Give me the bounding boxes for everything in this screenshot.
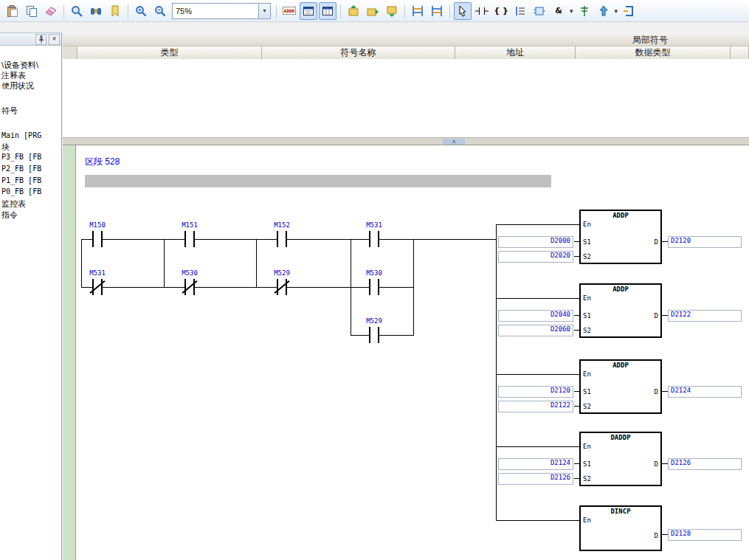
copy-pou-icon[interactable] [364,2,382,20]
tree-item-usage-status[interactable]: 使用状况 [1,80,34,91]
contact-tool-icon[interactable] [473,2,491,20]
bookmark-icon[interactable] [106,2,124,20]
tree-item-p3-fb[interactable]: P3_FB [FB [1,153,41,161]
zoom-select[interactable]: 75% ▾ [172,3,271,19]
eraser-icon[interactable] [42,2,60,20]
contact-no-m151[interactable]: M151 [180,231,199,247]
operand-output[interactable]: D2124 [668,386,742,398]
dropdown-icon[interactable]: ▾ [570,7,573,15]
column-header-type[interactable]: 类型 [77,46,262,60]
operand-input[interactable]: D2060 [498,325,573,336]
tree-item-blocks[interactable]: 块 [1,142,10,153]
tree-item-comment-table[interactable]: 注释表 [1,70,26,81]
contact-no-m150[interactable]: M150 [88,231,107,247]
wire [164,239,165,288]
close-icon[interactable]: × [49,34,60,45]
project-panel-header: × [0,33,61,46]
pin-en: En [583,516,591,524]
local-symbols-panel: 局部符号 类型 符号名称 地址 数据类型 [63,32,749,137]
contact-no-m529[interactable]: M529 [365,327,384,343]
wire [574,406,579,407]
monitor-window-icon[interactable] [319,2,336,20]
function-block-addp-3[interactable]: ADDP En S1 S2 D [579,359,662,414]
column-header-name[interactable]: 符号名称 [262,46,455,60]
tree-item-instructions[interactable]: 指令 [1,210,18,221]
operand-input[interactable]: D2000 [498,236,573,248]
paste-icon[interactable] [4,2,21,20]
tree-item-symbols[interactable]: 符号 [1,106,18,117]
contact-nc-m531[interactable]: M531 [88,279,107,295]
operand-input[interactable]: D2020 [498,251,573,263]
wire [496,446,579,447]
select-tool-icon[interactable] [454,2,472,20]
pin-d: D [655,312,658,319]
symbols-column-headers: 类型 符号名称 地址 数据类型 [63,46,749,60]
operand-input[interactable]: D2126 [498,473,573,485]
symbols-table-body[interactable] [63,59,749,137]
copy-icon[interactable] [23,2,41,20]
tree-item-p2-fb[interactable]: P2_FB [FB [1,165,41,173]
tree-item-p1-fb[interactable]: P1_FB [FB [1,176,41,184]
tree-item-p0-fb[interactable]: P0_FB [FB [1,187,41,196]
move-up-icon[interactable] [595,2,612,20]
pin-s2: S2 [583,403,591,410]
pin-s1: S1 [583,460,591,468]
zoom-out-icon[interactable] [151,2,169,20]
tree-item-device-info[interactable]: \设备资料\ [1,60,38,71]
local-symbols-titlebar: 局部符号 [63,32,749,46]
column-header-address[interactable]: 地址 [455,46,576,60]
ampersand-tool-icon[interactable]: & [550,2,567,20]
operand-output[interactable]: D2126 [668,458,742,470]
toolbar-separator [404,4,405,18]
contact-no-m531[interactable]: M531 [365,231,384,247]
function-block-addp-2[interactable]: ADDP En S1 S2 D [579,283,662,338]
addr-display-icon[interactable]: ADDR [280,2,298,20]
insert-network-below-icon[interactable] [428,2,446,20]
operand-output[interactable]: D2120 [668,236,742,248]
function-block-daddp[interactable]: DADDP En S1 S2 D [579,432,662,486]
new-pou-icon[interactable] [345,2,362,20]
ladder-window-icon[interactable] [300,2,317,20]
network-comment-bar[interactable] [85,175,551,187]
insert-network-above-icon[interactable] [409,2,427,20]
wire [574,315,579,316]
panel-splitter[interactable]: ∧ [63,137,749,145]
contact-label: M531 [75,269,120,277]
operand-input[interactable]: D2122 [498,401,573,412]
pin-s1: S1 [583,238,591,246]
operand-input[interactable]: D2040 [498,310,573,322]
toolbar-separator [340,4,341,18]
symbol-tool-icon[interactable] [576,2,593,20]
insert-fb-icon[interactable] [620,2,638,20]
column-header-datatype[interactable]: 数据类型 [576,46,731,60]
function-block-addp-1[interactable]: ADDP En S1 S2 D [579,210,662,264]
find-icon[interactable] [68,2,86,20]
pin-d: D [655,388,658,395]
function-block-icon[interactable] [531,2,548,20]
contact-no-m530[interactable]: M530 [365,279,384,295]
collapse-arrow-icon[interactable]: ∧ [443,139,465,145]
contact-label: M151 [168,221,212,229]
operand-output[interactable]: D2128 [668,529,742,541]
contact-no-m152[interactable]: M152 [272,231,291,247]
applied-instruction-icon[interactable] [511,2,529,20]
contact-nc-m530[interactable]: M530 [180,279,199,295]
tree-item-monitor-table[interactable]: 监控表 [1,198,26,210]
operand-input[interactable]: D2124 [498,458,573,470]
zoom-in-icon[interactable] [132,2,150,20]
dropdown-icon[interactable]: ▾ [615,7,618,15]
pin-s2: S2 [583,253,591,260]
pin-s1: S1 [583,388,591,395]
block-title: DINCP [581,508,660,515]
contact-nc-m529[interactable]: M529 [272,279,291,295]
pin-icon[interactable] [35,34,46,45]
export-pou-icon[interactable] [383,2,401,20]
cross-reference-icon[interactable] [87,2,105,20]
function-block-dincp[interactable]: DINCP En D [579,505,662,551]
braces-tool-icon[interactable]: { } [492,2,510,20]
operand-input[interactable]: D2120 [498,386,573,398]
zoom-dropdown-icon[interactable]: ▾ [258,4,270,18]
operand-output[interactable]: D2122 [668,310,742,322]
ladder-editor[interactable]: 区段 528 M150 M1 [63,145,749,560]
tree-item-main-prg[interactable]: Main [PRG [1,131,41,139]
